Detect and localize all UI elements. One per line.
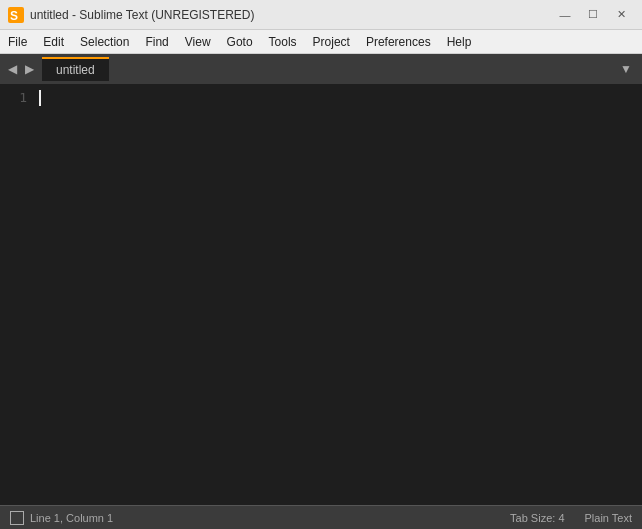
syntax-selector[interactable]: Plain Text [585,512,633,524]
tab-size[interactable]: Tab Size: 4 [510,512,564,524]
tab-scroll-right[interactable]: ▶ [21,62,38,76]
tab-scroll-left[interactable]: ◀ [4,62,21,76]
cursor-position: Line 1, Column 1 [30,512,510,524]
menu-file[interactable]: File [0,30,35,53]
menu-view[interactable]: View [177,30,219,53]
title-bar: S untitled - Sublime Text (UNREGISTERED)… [0,0,642,30]
editor-content[interactable] [35,84,642,505]
minimize-button[interactable]: — [552,4,578,26]
app-icon: S [8,7,24,23]
menu-tools[interactable]: Tools [261,30,305,53]
status-bar: Line 1, Column 1 Tab Size: 4 Plain Text [0,505,642,529]
line-number: 1 [0,88,27,108]
window-title: untitled - Sublime Text (UNREGISTERED) [30,8,552,22]
menu-edit[interactable]: Edit [35,30,72,53]
cursor-line [39,88,642,108]
active-tab[interactable]: untitled [42,57,109,81]
maximize-button[interactable]: ☐ [580,4,606,26]
menu-help[interactable]: Help [439,30,480,53]
menu-bar: FileEditSelectionFindViewGotoToolsProjec… [0,30,642,54]
svg-text:S: S [10,9,18,23]
tab-dropdown-arrow[interactable]: ▼ [614,62,638,76]
menu-find[interactable]: Find [137,30,176,53]
menu-selection[interactable]: Selection [72,30,137,53]
close-button[interactable]: ✕ [608,4,634,26]
file-icon [10,511,24,525]
menu-preferences[interactable]: Preferences [358,30,439,53]
tab-bar: ◀ ▶ untitled ▼ [0,54,642,84]
line-number-gutter: 1 [0,84,35,505]
menu-project[interactable]: Project [305,30,358,53]
editor-container[interactable]: 1 [0,84,642,505]
text-cursor [39,90,41,106]
menu-goto[interactable]: Goto [219,30,261,53]
window-controls: — ☐ ✕ [552,4,634,26]
